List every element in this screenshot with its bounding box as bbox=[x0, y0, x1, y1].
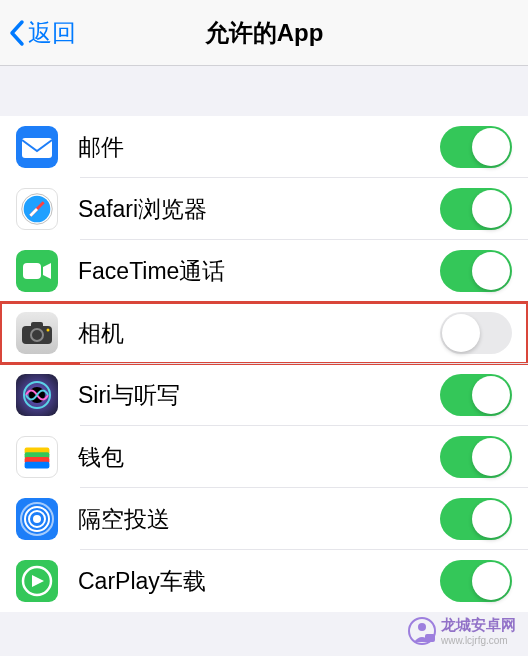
wallet-icon bbox=[16, 436, 58, 478]
toggle-mail[interactable] bbox=[440, 126, 512, 168]
toggle-camera[interactable] bbox=[440, 312, 512, 354]
app-row-mail: 邮件 bbox=[0, 116, 528, 178]
watermark: 龙城安卓网 www.lcjrfg.com bbox=[407, 616, 516, 646]
app-row-siri: Siri与听写 bbox=[0, 364, 528, 426]
app-row-camera: 相机 bbox=[0, 302, 528, 364]
toggle-knob bbox=[472, 128, 510, 166]
svg-point-20 bbox=[418, 623, 426, 631]
toggle-knob bbox=[442, 314, 480, 352]
mail-icon bbox=[16, 126, 58, 168]
svg-rect-0 bbox=[22, 138, 52, 158]
siri-icon bbox=[16, 374, 58, 416]
app-row-carplay: CarPlay车载 bbox=[0, 550, 528, 612]
header: 返回 允许的App bbox=[0, 0, 528, 66]
app-label: CarPlay车载 bbox=[78, 566, 440, 597]
back-button[interactable]: 返回 bbox=[0, 17, 76, 49]
toggle-airdrop[interactable] bbox=[440, 498, 512, 540]
app-label: FaceTime通话 bbox=[78, 256, 440, 287]
safari-icon bbox=[16, 188, 58, 230]
back-label: 返回 bbox=[28, 17, 76, 49]
app-label: Safari浏览器 bbox=[78, 194, 440, 225]
toggle-facetime[interactable] bbox=[440, 250, 512, 292]
airdrop-icon bbox=[16, 498, 58, 540]
app-label: 邮件 bbox=[78, 132, 440, 163]
app-row-facetime: FaceTime通话 bbox=[0, 240, 528, 302]
app-label: 钱包 bbox=[78, 442, 440, 473]
toggle-siri[interactable] bbox=[440, 374, 512, 416]
toggle-knob bbox=[472, 190, 510, 228]
camera-icon bbox=[16, 312, 58, 354]
svg-point-14 bbox=[33, 515, 41, 523]
app-row-airdrop: 隔空投送 bbox=[0, 488, 528, 550]
section-spacer bbox=[0, 66, 528, 116]
toggle-carplay[interactable] bbox=[440, 560, 512, 602]
svg-rect-21 bbox=[425, 634, 435, 642]
toggle-knob bbox=[472, 562, 510, 600]
svg-rect-3 bbox=[23, 263, 41, 279]
svg-rect-5 bbox=[31, 322, 43, 328]
app-row-safari: Safari浏览器 bbox=[0, 178, 528, 240]
app-label: 相机 bbox=[78, 318, 440, 349]
app-label: Siri与听写 bbox=[78, 380, 440, 411]
apps-list: 邮件Safari浏览器FaceTime通话相机Siri与听写钱包隔空投送CarP… bbox=[0, 116, 528, 612]
watermark-url: www.lcjrfg.com bbox=[441, 635, 516, 646]
toggle-safari[interactable] bbox=[440, 188, 512, 230]
chevron-left-icon bbox=[8, 19, 26, 47]
toggle-knob bbox=[472, 252, 510, 290]
toggle-wallet[interactable] bbox=[440, 436, 512, 478]
watermark-text: 龙城安卓网 bbox=[441, 616, 516, 635]
toggle-knob bbox=[472, 500, 510, 538]
toggle-knob bbox=[472, 438, 510, 476]
svg-rect-13 bbox=[25, 462, 50, 469]
toggle-knob bbox=[472, 376, 510, 414]
app-row-wallet: 钱包 bbox=[0, 426, 528, 488]
app-label: 隔空投送 bbox=[78, 504, 440, 535]
svg-point-7 bbox=[47, 329, 50, 332]
facetime-icon bbox=[16, 250, 58, 292]
carplay-icon bbox=[16, 560, 58, 602]
watermark-icon bbox=[407, 616, 437, 646]
page-title: 允许的App bbox=[205, 17, 324, 49]
